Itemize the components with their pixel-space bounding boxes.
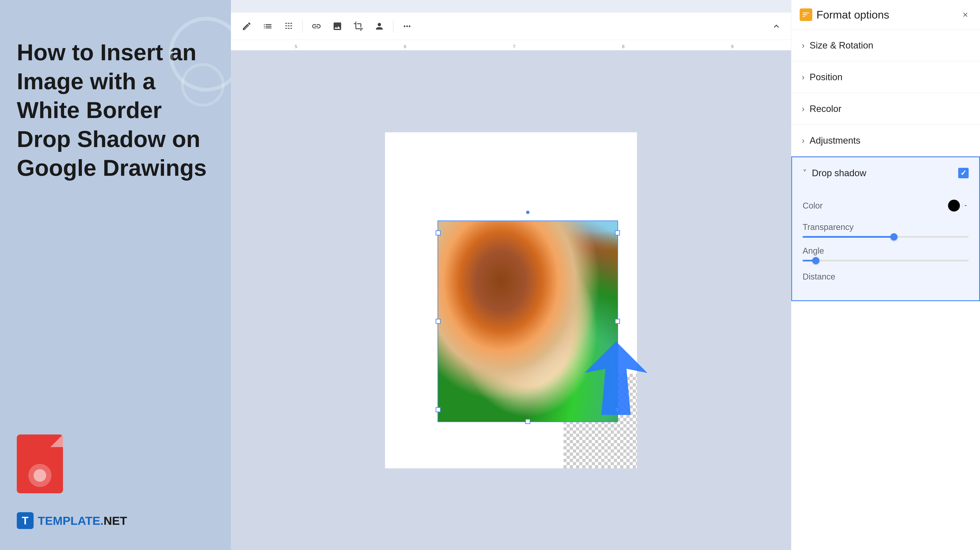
drop-shadow-section: ˅ Drop shadow Color <box>791 156 980 301</box>
drop-shadow-checkbox[interactable] <box>958 168 969 178</box>
color-swatch[interactable] <box>948 199 960 212</box>
image-icon[interactable] <box>330 19 345 33</box>
format-options-panel: Format options × › Size & Rotation › Pos… <box>791 0 980 550</box>
right-content: 5 6 7 8 9 <box>231 0 980 550</box>
link-icon[interactable] <box>309 19 324 33</box>
format-sections: › Size & Rotation › Position › Recolor <box>791 30 980 550</box>
format-panel-title: Format options <box>816 8 955 21</box>
adjustments-section: › Adjustments <box>791 125 980 156</box>
transparency-thumb[interactable] <box>890 233 897 241</box>
canvas-white <box>385 132 637 468</box>
format-close-button[interactable]: × <box>959 8 972 21</box>
color-label: Color <box>803 201 855 210</box>
angle-thumb[interactable] <box>812 257 819 264</box>
size-rotation-header[interactable]: › Size & Rotation <box>791 30 980 61</box>
svg-marker-0 <box>584 341 648 415</box>
t-logo-box: T <box>17 512 33 529</box>
size-rotation-chevron: › <box>802 41 805 50</box>
position-header[interactable]: › Position <box>791 61 980 93</box>
transparency-label: Transparency <box>803 222 969 232</box>
transparency-slider-row: Transparency <box>803 218 969 242</box>
selection-handle-top-right[interactable] <box>615 230 620 235</box>
align-icon[interactable] <box>260 19 275 33</box>
format-panel-header: Format options × <box>791 0 980 30</box>
recolor-section: › Recolor <box>791 93 980 125</box>
toolbar-separator-2 <box>393 20 393 33</box>
drawings-icon <box>17 435 72 500</box>
collapse-toolbar-icon[interactable] <box>770 20 783 33</box>
size-rotation-label: Size & Rotation <box>810 40 873 51</box>
angle-label: Angle <box>803 246 969 255</box>
selection-handle-bot-left[interactable] <box>436 407 441 412</box>
toolbar <box>231 13 791 40</box>
crop-icon[interactable] <box>351 19 366 33</box>
file-body <box>17 435 63 493</box>
file-corner <box>50 435 63 447</box>
drop-shadow-content: Color Transparency <box>792 189 979 300</box>
ruler-mark-6: 6 <box>351 44 460 50</box>
bottom-logo-area: T TEMPLATE.NET <box>17 435 127 529</box>
article-title: How to Insert an Image with a White Bord… <box>17 38 207 182</box>
adjustments-label: Adjustments <box>810 135 860 146</box>
color-dropdown-arrow[interactable] <box>963 202 969 209</box>
more-icon[interactable] <box>400 19 414 33</box>
adjustments-header[interactable]: › Adjustments <box>791 125 980 156</box>
distance-label: Distance <box>803 272 835 281</box>
ruler: 5 6 7 8 9 <box>231 40 791 50</box>
selection-handle-bot-center[interactable] <box>525 419 530 424</box>
edit-icon[interactable] <box>239 19 254 33</box>
template-logo: T TEMPLATE.NET <box>17 512 127 529</box>
canvas-area: 5 6 7 8 9 <box>231 0 791 550</box>
left-panel: How to Insert an Image with a White Bord… <box>0 0 231 550</box>
position-chevron: › <box>802 72 805 82</box>
drop-shadow-label: Drop shadow <box>812 168 866 178</box>
selection-handle-mid-left[interactable] <box>436 319 441 324</box>
size-rotation-section: › Size & Rotation <box>791 30 980 61</box>
selection-handle-top-left[interactable] <box>436 230 441 235</box>
drop-shadow-chevron: ˅ <box>803 168 807 178</box>
angle-track[interactable] <box>803 260 969 261</box>
selection-handle-top-center[interactable] <box>526 210 530 214</box>
ruler-mark-9: 9 <box>678 44 787 50</box>
position-label: Position <box>810 72 843 82</box>
logo-text: TEMPLATE.NET <box>38 514 127 528</box>
ruler-mark-8: 8 <box>569 44 678 50</box>
drop-shadow-header[interactable]: ˅ Drop shadow <box>792 157 979 189</box>
transparency-fill <box>803 236 894 238</box>
ruler-marks: 5 6 7 8 9 <box>242 40 787 50</box>
recolor-header[interactable]: › Recolor <box>791 93 980 124</box>
selection-handle-mid-right[interactable] <box>615 319 620 324</box>
grid-icon[interactable] <box>281 19 296 33</box>
adjustments-chevron: › <box>802 136 805 145</box>
drawing-canvas[interactable] <box>231 50 791 550</box>
color-picker[interactable] <box>948 199 969 212</box>
angle-slider-row: Angle <box>803 242 969 266</box>
ruler-mark-5: 5 <box>242 44 351 50</box>
position-section: › Position <box>791 61 980 93</box>
ruler-mark-7: 7 <box>460 44 569 50</box>
distance-row: Distance <box>803 266 969 288</box>
photo-icon[interactable] <box>372 19 387 33</box>
recolor-label: Recolor <box>810 104 842 114</box>
recolor-chevron: › <box>802 104 805 113</box>
color-row: Color <box>803 193 969 218</box>
annotation-arrow <box>584 341 648 416</box>
toolbar-separator-1 <box>302 20 303 33</box>
file-circle <box>28 464 51 487</box>
transparency-track[interactable] <box>803 236 969 238</box>
format-options-icon <box>800 8 812 21</box>
